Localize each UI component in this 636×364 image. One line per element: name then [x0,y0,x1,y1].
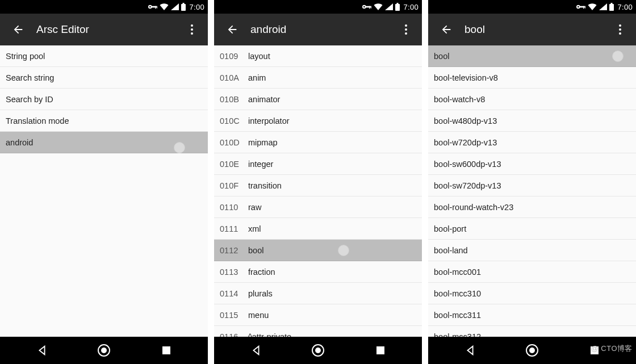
list-item[interactable]: Search by ID [0,89,208,110]
list-item-id: 010D [220,138,248,147]
list-item[interactable]: 010Aanim [214,67,422,89]
toolbar-title: Arsc Editor [36,23,181,36]
list-item-label: android [6,138,33,147]
square-recents-icon [161,345,172,356]
device-frame: 7:00android0109layout010Aanim010Banimato… [214,0,422,364]
list-item-label: bool-sw600dp-v13 [434,160,501,169]
list-item[interactable]: 0115menu [214,304,422,326]
list-item[interactable]: 0113fraction [214,261,422,283]
vpn-key-icon [148,4,157,10]
list-item[interactable]: 0116^attr-private [214,326,422,337]
overflow-menu-button[interactable] [395,16,417,43]
list-item[interactable]: 0111xml [214,218,422,240]
list-item[interactable]: 0109layout [214,45,422,67]
list-item[interactable]: 010Dmipmap [214,132,422,153]
list-item[interactable]: Translation mode [0,110,208,132]
nav-back-button[interactable] [22,337,62,364]
navigation-bar [428,337,636,364]
list-item[interactable]: bool-mcc001 [428,261,636,283]
svg-rect-15 [395,4,400,11]
list-item-label: anim [248,73,266,82]
svg-rect-1 [152,6,157,8]
svg-point-28 [529,348,535,353]
list-item-label: interpolator [248,116,290,125]
overflow-menu-button[interactable] [609,16,631,43]
list-item[interactable]: 0112bool [214,240,422,261]
list-item-label: bool [248,246,263,255]
wifi-icon [374,3,383,10]
list-item[interactable]: bool-port [428,218,636,240]
toolbar-title: android [250,23,395,36]
list-item-label: raw [248,203,261,212]
nav-home-button[interactable] [83,337,124,364]
list-item[interactable]: bool-mcc312 [428,326,636,337]
back-button[interactable] [5,16,32,43]
battery-icon [181,3,186,11]
list-item-label: bool-watch-v8 [434,95,485,104]
list: String poolSearch stringSearch by IDTran… [0,45,208,337]
overflow-menu-button[interactable] [181,16,203,43]
list-item[interactable]: 010Einteger [214,153,422,175]
touch-ripple [174,142,185,153]
list-item-label: Search string [6,73,54,82]
circle-home-icon [311,344,325,357]
svg-point-14 [363,6,365,8]
list-item[interactable]: bool-round-watch-v23 [428,196,636,218]
nav-back-button[interactable] [450,337,491,364]
list-item[interactable]: bool-mcc310 [428,283,636,304]
cellular-icon [171,3,179,10]
list-item[interactable]: bool-w720dp-v13 [428,132,636,153]
svg-point-8 [101,348,107,353]
svg-rect-25 [609,4,614,11]
back-button[interactable] [433,16,460,43]
triangle-back-icon [464,344,476,357]
list-item[interactable]: 010Cinterpolator [214,110,422,132]
list-item[interactable]: bool-watch-v8 [428,89,636,110]
list-item-label: bool [434,52,449,61]
svg-rect-9 [162,346,170,354]
list-item[interactable]: bool-land [428,240,636,261]
back-button[interactable] [219,16,246,43]
toolbar: android [214,14,422,45]
list-item[interactable]: 0110raw [214,196,422,218]
list-item[interactable]: 010Banimator [214,89,422,110]
list-item-label: bool-television-v8 [434,73,498,82]
nav-back-button[interactable] [236,337,277,364]
svg-rect-22 [583,6,584,9]
list-item-label: bool-round-watch-v23 [434,203,513,212]
list-item-label: menu [248,311,269,320]
toolbar-title: bool [465,23,609,36]
list-item[interactable]: bool-television-v8 [428,67,636,89]
svg-rect-12 [369,6,370,9]
dot-icon [405,24,407,27]
list-item[interactable]: 0114plurals [214,283,422,304]
dot-icon [619,24,621,27]
nav-home-button[interactable] [512,337,553,364]
list-item[interactable]: bool [428,45,636,67]
list-item-id: 0115 [220,311,248,320]
dot-icon [191,32,193,35]
list-item[interactable]: bool-sw600dp-v13 [428,153,636,175]
svg-rect-13 [371,6,371,9]
list-item[interactable]: android [0,132,208,153]
svg-rect-5 [181,4,186,11]
list-item-label: integer [248,160,273,169]
nav-home-button[interactable] [298,337,338,364]
list-item[interactable]: Search string [0,67,208,89]
status-time: 7:00 [189,3,204,11]
nav-recents-button[interactable] [574,337,615,364]
nav-recents-button[interactable] [360,337,401,364]
status-time: 7:00 [403,3,419,11]
device-frame: 7:00Arsc EditorString poolSearch stringS… [0,0,208,364]
nav-recents-button[interactable] [146,337,187,364]
list-item[interactable]: bool-sw720dp-v13 [428,175,636,196]
triangle-back-icon [250,344,262,357]
list-item[interactable]: bool-mcc311 [428,304,636,326]
list-item-label: bool-mcc312 [434,332,481,337]
svg-point-24 [578,6,579,8]
battery-icon [609,3,614,11]
list-item[interactable]: 010Ftransition [214,175,422,196]
list-item[interactable]: String pool [0,45,208,67]
list-item-id: 010A [220,73,248,82]
list-item[interactable]: bool-w480dp-v13 [428,110,636,132]
